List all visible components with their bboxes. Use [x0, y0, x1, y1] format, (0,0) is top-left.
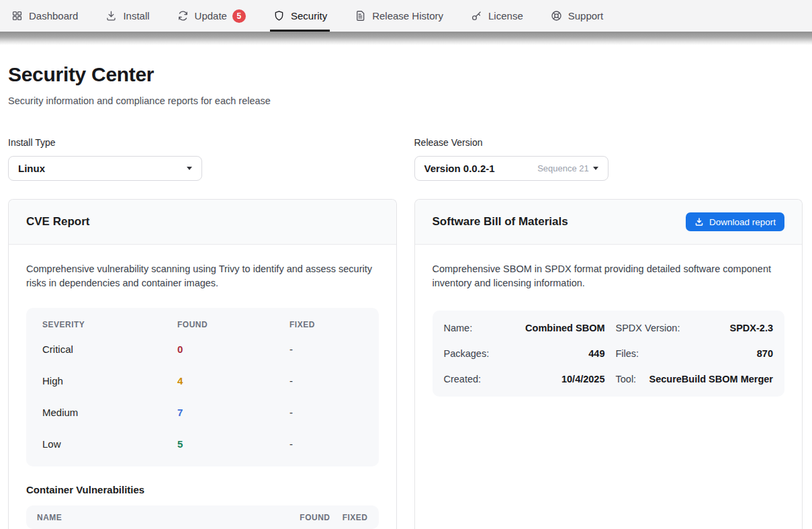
info-value: Combined SBOM [514, 323, 605, 333]
severity-name: Medium [42, 407, 177, 418]
chevron-down-icon [593, 167, 598, 170]
list-item: Created: 10/4/2025 Tool: SecureBuild SBO… [444, 366, 774, 392]
table-row: High 4 - [42, 365, 363, 397]
severity-fixed-count: - [289, 438, 363, 450]
update-count-badge: 5 [232, 9, 246, 23]
severity-found-count: 0 [177, 343, 289, 355]
severity-found-count: 4 [177, 375, 289, 386]
nav-item-license[interactable]: License [470, 0, 523, 32]
col-severity: SEVERITY [42, 320, 177, 329]
nav-label: License [488, 10, 523, 22]
nav-item-update[interactable]: Update 5 [177, 0, 246, 32]
nav-item-release-history[interactable]: Release History [354, 0, 443, 32]
nav-item-security[interactable]: Security [273, 0, 327, 32]
sbom-card: Software Bill of Materials Download repo… [414, 199, 803, 529]
sbom-card-body: Comprehensive SBOM in SPDX format provid… [415, 245, 803, 414]
release-version-select[interactable]: Version 0.0.2-1 Sequence 21 [414, 156, 608, 181]
col-found: FOUND [271, 513, 330, 522]
severity-found-count: 7 [177, 407, 289, 418]
nav-label: Security [291, 10, 327, 22]
shield-icon [273, 9, 285, 22]
info-label: Packages: [444, 348, 514, 359]
cve-card-header: CVE Report [9, 200, 396, 245]
sbom-card-title: Software Bill of Materials [433, 215, 568, 229]
list-item: Packages: 449 Files: 870 [444, 341, 774, 366]
cards-row: CVE Report Comprehensive vulnerability s… [8, 199, 803, 529]
info-label: Name: [444, 323, 514, 333]
release-version-value: Version 0.0.2-1 [424, 163, 538, 174]
info-value: 10/4/2025 [514, 374, 605, 384]
container-vulnerabilities-title: Container Vulnerabilities [26, 484, 379, 495]
severity-table: SEVERITY FOUND FIXED Critical 0 - High 4… [26, 308, 379, 466]
severity-name: High [42, 375, 177, 386]
table-row: Medium 7 - [42, 397, 363, 428]
table-row: Critical 0 - [42, 333, 363, 365]
nav-label: Release History [372, 10, 443, 22]
install-type-value: Linux [18, 163, 187, 174]
col-name: NAME [37, 513, 271, 522]
severity-fixed-count: - [289, 375, 363, 386]
nav-label: Support [568, 10, 604, 22]
install-type-filter: Install Type Linux [8, 137, 397, 181]
cve-card-title: CVE Report [26, 215, 89, 229]
top-navigation: Dashboard Install Update 5 Security Rele… [0, 0, 812, 32]
col-fixed: FIXED [330, 513, 368, 522]
dashboard-grid-icon [11, 9, 24, 22]
download-icon [694, 217, 704, 227]
cve-card-body: Comprehensive vulnerability scanning usi… [9, 245, 396, 529]
info-value: 449 [514, 348, 605, 359]
col-fixed: FIXED [289, 320, 363, 329]
info-value: SecureBuild SBOM Merger [636, 374, 773, 384]
lifebuoy-icon [550, 9, 563, 22]
info-label: SPDX Version: [616, 323, 680, 333]
severity-name: Low [42, 438, 177, 450]
info-label: Tool: [616, 374, 637, 384]
nav-item-dashboard[interactable]: Dashboard [11, 0, 78, 32]
main-content: Security Center Security information and… [0, 45, 812, 529]
sbom-info-table: Name: Combined SBOM SPDX Version: SPDX-2… [433, 311, 785, 397]
severity-fixed-count: - [289, 407, 363, 418]
col-found: FOUND [177, 320, 289, 329]
key-icon [470, 9, 483, 22]
download-report-label: Download report [709, 217, 776, 227]
sbom-card-header: Software Bill of Materials Download repo… [415, 200, 803, 245]
info-label: Created: [444, 374, 514, 384]
refresh-icon [177, 9, 189, 22]
download-icon [105, 9, 118, 22]
table-row: Low 5 - [42, 428, 363, 460]
severity-fixed-count: - [289, 343, 363, 355]
info-value: SPDX-2.3 [680, 323, 773, 333]
nav-shadow-divider [0, 32, 812, 45]
info-value: 870 [639, 348, 773, 359]
nav-item-install[interactable]: Install [105, 0, 149, 32]
download-report-button[interactable]: Download report [686, 212, 784, 231]
filters-row: Install Type Linux Release Version Versi… [8, 137, 803, 181]
nav-label: Update [195, 10, 227, 22]
page-subtitle: Security information and compliance repo… [8, 95, 803, 106]
cve-description: Comprehensive vulnerability scanning usi… [26, 262, 379, 290]
container-table-header: NAME FOUND FIXED [26, 505, 379, 529]
list-item: Name: Combined SBOM SPDX Version: SPDX-2… [444, 315, 774, 341]
nav-item-support[interactable]: Support [550, 0, 604, 32]
severity-name: Critical [42, 343, 177, 355]
sbom-description: Comprehensive SBOM in SPDX format provid… [433, 262, 785, 290]
sequence-hint: Sequence 21 [537, 163, 589, 173]
install-type-label: Install Type [8, 137, 397, 148]
page-title: Security Center [8, 63, 803, 86]
info-label: Files: [616, 348, 639, 359]
nav-label: Install [123, 10, 149, 22]
nav-label: Dashboard [29, 10, 78, 22]
severity-found-count: 5 [177, 438, 289, 450]
release-version-label: Release Version [414, 137, 803, 148]
document-icon [354, 9, 367, 22]
install-type-select[interactable]: Linux [8, 156, 202, 181]
severity-table-header: SEVERITY FOUND FIXED [42, 308, 363, 333]
chevron-down-icon [187, 167, 192, 170]
cve-report-card: CVE Report Comprehensive vulnerability s… [8, 199, 397, 529]
release-version-filter: Release Version Version 0.0.2-1 Sequence… [414, 137, 803, 181]
